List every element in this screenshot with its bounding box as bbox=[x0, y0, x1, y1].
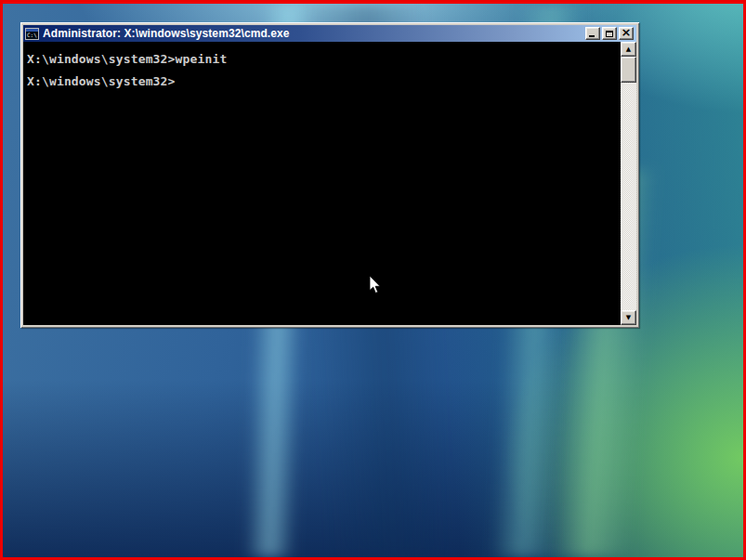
scroll-down-button[interactable]: ▼ bbox=[621, 310, 636, 325]
scroll-down-icon: ▼ bbox=[626, 315, 631, 321]
maximize-icon bbox=[606, 31, 613, 37]
close-button[interactable]: × bbox=[619, 27, 634, 40]
screen: C:\. Administrator: X:\windows\system32\… bbox=[0, 0, 746, 560]
cmd-window: C:\. Administrator: X:\windows\system32\… bbox=[20, 22, 639, 328]
cmd-prompt-icon: C:\. bbox=[25, 28, 39, 40]
console-output[interactable]: X:\windows\system32>wpeinit X:\windows\s… bbox=[23, 42, 621, 325]
scroll-up-icon: ▲ bbox=[626, 46, 631, 53]
scrollbar-thumb[interactable] bbox=[621, 57, 636, 83]
minimize-button[interactable] bbox=[585, 27, 600, 40]
console-line-prompt-wpeinit: X:\windows\system32>wpeinit bbox=[27, 54, 621, 65]
window-title: Administrator: X:\windows\system32\cmd.e… bbox=[42, 27, 582, 40]
scrollbar-track[interactable] bbox=[621, 83, 636, 310]
mouse-cursor bbox=[369, 275, 382, 294]
window-controls: × bbox=[585, 27, 635, 40]
vertical-scrollbar[interactable]: ▲ ▼ bbox=[621, 42, 636, 325]
console-line-prompt: X:\windows\system32> bbox=[27, 76, 621, 87]
maximize-button[interactable] bbox=[602, 27, 617, 40]
close-icon: × bbox=[622, 28, 632, 37]
console-area: X:\windows\system32>wpeinit X:\windows\s… bbox=[23, 42, 636, 325]
titlebar[interactable]: C:\. Administrator: X:\windows\system32\… bbox=[23, 25, 636, 42]
scroll-up-button[interactable]: ▲ bbox=[621, 42, 636, 57]
minimize-icon bbox=[589, 35, 595, 37]
cmd-prompt-icon-text: C:\. bbox=[26, 32, 38, 38]
